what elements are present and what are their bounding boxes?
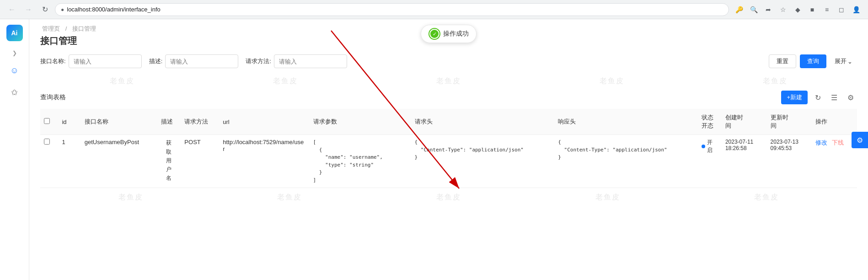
column-setting-btn[interactable]: ☰ bbox=[828, 91, 841, 104]
filter-name-input[interactable] bbox=[69, 54, 142, 68]
main-content: ✓ 操作成功 管理页 / 接口管理 接口管理 bbox=[29, 19, 868, 280]
filter-actions: 重置 查询 展开 ⌄ bbox=[769, 54, 857, 68]
response-header-json: { "Content-Type": "application/json" } bbox=[558, 139, 694, 162]
bookmark-icon[interactable]: ☆ bbox=[777, 3, 789, 16]
check-icon: ✓ bbox=[433, 31, 437, 37]
key-icon[interactable]: 🔑 bbox=[733, 3, 745, 16]
table-body: 1 getUsernameByPost 获 取 用 户 名 POST bbox=[40, 135, 857, 188]
header-status: 状态 开态 bbox=[698, 109, 722, 135]
gear-icon: ⚙ bbox=[857, 136, 863, 145]
sidebar-logo[interactable]: Ai bbox=[6, 25, 23, 41]
row-status: 开启 bbox=[698, 135, 722, 188]
logo-text: Ai bbox=[11, 29, 18, 37]
sidebar-item-star[interactable]: ✩ bbox=[5, 83, 24, 102]
header-url: url bbox=[219, 109, 309, 135]
success-icon: ✓ bbox=[430, 30, 439, 38]
reload-button[interactable]: ↻ bbox=[38, 3, 51, 16]
profile-icon[interactable]: 👤 bbox=[850, 3, 863, 16]
filter-desc: 描述: bbox=[149, 54, 239, 68]
watermark-row-bottom: 老鱼皮 老鱼皮 老鱼皮 老鱼皮 老鱼皮 bbox=[40, 192, 857, 203]
row-checkbox[interactable] bbox=[44, 139, 50, 145]
filter-name-label: 接口名称: bbox=[40, 57, 66, 65]
header-created-time: 创建时 间 bbox=[722, 109, 767, 135]
sidebar-expand-button[interactable]: ❯ bbox=[10, 48, 19, 58]
forward-button[interactable]: → bbox=[22, 3, 35, 16]
settings-icon-btn[interactable]: ⚙ bbox=[844, 91, 857, 104]
refresh-icon-btn[interactable]: ↻ bbox=[811, 91, 824, 104]
filter-row: 接口名称: 描述: 请求方法: 重置 查询 展开 ⌄ bbox=[29, 54, 868, 68]
sidebar: Ai ❯ ☺ ✩ bbox=[0, 19, 29, 280]
edit-link[interactable]: 修改 bbox=[815, 139, 827, 146]
query-button[interactable]: 查询 bbox=[800, 54, 826, 68]
watermark-b1: 老鱼皮 bbox=[118, 193, 143, 202]
header-checkbox-cell bbox=[40, 109, 58, 135]
watermark-5: 老鱼皮 bbox=[763, 76, 788, 86]
table-row: 1 getUsernameByPost 获 取 用 户 名 POST bbox=[40, 135, 857, 188]
table-header-row-cols: id 接口名称 描述 请求方法 url bbox=[40, 109, 857, 135]
row-url: http://localhost:7529/name/user bbox=[219, 135, 309, 188]
watermark-4: 老鱼皮 bbox=[600, 76, 624, 86]
breadcrumb-separator: / bbox=[65, 25, 69, 32]
header-id: id bbox=[58, 109, 80, 135]
breadcrumb-current: 接口管理 bbox=[72, 25, 96, 32]
params-json: [ { "name": "username", "type": "string"… bbox=[313, 139, 407, 184]
watermark-3: 老鱼皮 bbox=[436, 76, 461, 86]
back-button[interactable]: ← bbox=[5, 3, 18, 16]
select-all-checkbox[interactable] bbox=[44, 118, 50, 124]
row-method: POST bbox=[181, 135, 219, 188]
header-method: 请求方法 bbox=[181, 109, 219, 135]
filter-desc-label: 描述: bbox=[149, 57, 163, 65]
extension-icon[interactable]: ◆ bbox=[791, 3, 804, 16]
reset-button[interactable]: 重置 bbox=[769, 54, 796, 68]
breadcrumb-parent: 管理页 bbox=[42, 25, 60, 32]
status-dot bbox=[702, 145, 705, 148]
url-text: localhost:8000/admin/interface_info bbox=[67, 6, 161, 13]
browser-actions: 🔑 🔍 ➦ ☆ ◆ ■ ≡ ◻ 👤 bbox=[733, 3, 863, 16]
menu-icon[interactable]: ≡ bbox=[820, 3, 833, 16]
chevron-down-icon: ⌄ bbox=[847, 58, 852, 65]
watermark-row: 老鱼皮 老鱼皮 老鱼皮 老鱼皮 老鱼皮 bbox=[29, 75, 868, 87]
created-time-text: 2023-07-1118:26:58 bbox=[725, 139, 763, 151]
row-checkbox-cell bbox=[40, 135, 58, 188]
toast-text: 操作成功 bbox=[443, 30, 469, 38]
user-circle-icon: ☺ bbox=[10, 66, 18, 75]
data-table: id 接口名称 描述 请求方法 url bbox=[40, 109, 857, 188]
watermark-b4: 老鱼皮 bbox=[595, 193, 620, 202]
search-browser-icon[interactable]: 🔍 bbox=[747, 3, 760, 16]
table-header-row: 查询表格 +新建 ↻ ☰ ⚙ bbox=[40, 91, 857, 104]
table-section: 查询表格 +新建 ↻ ☰ ⚙ id bbox=[29, 91, 868, 203]
row-interface-name: getUsernameByPost bbox=[81, 135, 157, 188]
header-name: 接口名称 bbox=[81, 109, 157, 135]
right-settings-button[interactable]: ⚙ bbox=[852, 132, 868, 148]
sidebar-item-user[interactable]: ☺ bbox=[5, 61, 24, 80]
browser-chrome: ← → ↻ ● localhost:8000/admin/interface_i… bbox=[0, 0, 868, 19]
puzzle-icon[interactable]: ■ bbox=[806, 3, 819, 16]
row-response-header: { "Content-Type": "application/json" } bbox=[554, 135, 698, 188]
request-header-json: { "Content-Type": "application/json" } bbox=[415, 139, 551, 162]
expand-button[interactable]: 展开 ⌄ bbox=[830, 54, 857, 68]
filter-method-label: 请求方法: bbox=[246, 57, 271, 65]
row-params: [ { "name": "username", "type": "string"… bbox=[310, 135, 411, 188]
row-desc: 获 取 用 户 名 bbox=[157, 135, 181, 188]
filter-method-input[interactable] bbox=[274, 54, 347, 68]
table-actions: +新建 ↻ ☰ ⚙ bbox=[781, 91, 857, 104]
row-created-time: 2023-07-1118:26:58 bbox=[722, 135, 767, 188]
watermark-2: 老鱼皮 bbox=[273, 76, 298, 86]
status-badge: 开启 bbox=[702, 139, 718, 154]
row-actions: 修改 下线 bbox=[812, 135, 857, 188]
filter-desc-input[interactable] bbox=[165, 54, 238, 68]
watermark-b2: 老鱼皮 bbox=[277, 193, 302, 202]
share-icon[interactable]: ➦ bbox=[762, 3, 775, 16]
table-head: id 接口名称 描述 请求方法 url bbox=[40, 109, 857, 135]
window-icon[interactable]: ◻ bbox=[835, 3, 848, 16]
expand-label: 展开 bbox=[835, 57, 847, 65]
updated-time-text: 2023-07-1309:45:53 bbox=[771, 139, 809, 151]
address-bar[interactable]: ● localhost:8000/admin/interface_info bbox=[55, 3, 729, 16]
row-request-header: { "Content-Type": "application/json" } bbox=[411, 135, 555, 188]
watermark-b3: 老鱼皮 bbox=[436, 193, 461, 202]
filter-method: 请求方法: bbox=[246, 54, 347, 68]
offline-link[interactable]: 下线 bbox=[832, 139, 844, 146]
new-button[interactable]: +新建 bbox=[781, 91, 808, 104]
table-title: 查询表格 bbox=[40, 93, 66, 102]
toast-circle: ✓ bbox=[429, 28, 440, 40]
